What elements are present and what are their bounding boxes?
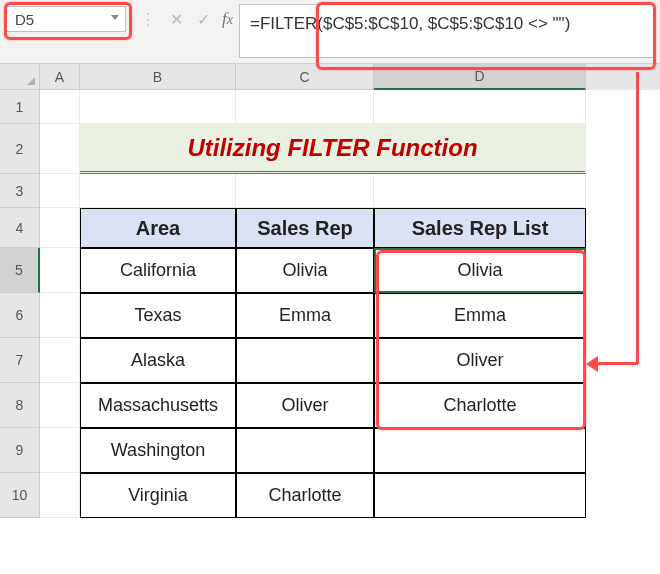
row-header-9[interactable]: 9	[0, 428, 40, 473]
row-header-1[interactable]: 1	[0, 90, 40, 124]
cell-D3[interactable]	[374, 174, 586, 208]
cell-D8[interactable]: Charlotte	[374, 383, 586, 428]
cell-B6[interactable]: Texas	[80, 293, 236, 338]
cell-C1[interactable]	[236, 90, 374, 124]
cell-D9[interactable]	[374, 428, 586, 473]
cell-B7[interactable]: Alaska	[80, 338, 236, 383]
name-box[interactable]: D5	[6, 6, 126, 32]
cell-A7[interactable]	[40, 338, 80, 383]
header-area[interactable]: Area	[80, 208, 236, 248]
cell-D7[interactable]: Oliver	[374, 338, 586, 383]
col-header-B[interactable]: B	[80, 64, 236, 90]
formula-tools: ⋮ ✕ ✓	[140, 4, 210, 34]
row-header-2[interactable]: 2	[0, 124, 40, 174]
confirm-icon[interactable]: ✓	[197, 10, 210, 29]
cell-B5[interactable]: California	[80, 248, 236, 293]
row-header-3[interactable]: 3	[0, 174, 40, 208]
cell-B8[interactable]: Massachusetts	[80, 383, 236, 428]
cell-A6[interactable]	[40, 293, 80, 338]
cell-C10[interactable]: Charlotte	[236, 473, 374, 518]
cell-A3[interactable]	[40, 174, 80, 208]
fx-icon[interactable]: fx	[222, 4, 233, 34]
row-header-6[interactable]: 6	[0, 293, 40, 338]
row-header-7[interactable]: 7	[0, 338, 40, 383]
col-header-A[interactable]: A	[40, 64, 80, 90]
cell-C9[interactable]	[236, 428, 374, 473]
cell-D5[interactable]: Olivia	[374, 248, 586, 293]
header-sales-rep-list[interactable]: Sales Rep List	[374, 208, 586, 248]
cell-D6[interactable]: Emma	[374, 293, 586, 338]
column-headers: A B C D	[40, 64, 660, 90]
cell-B3[interactable]	[80, 174, 236, 208]
cell-C3[interactable]	[236, 174, 374, 208]
dots-icon: ⋮	[140, 10, 156, 29]
row-header-10[interactable]: 10	[0, 473, 40, 518]
chevron-down-icon[interactable]	[111, 15, 119, 20]
row-header-8[interactable]: 8	[0, 383, 40, 428]
row-header-5[interactable]: 5	[0, 248, 40, 293]
cancel-icon[interactable]: ✕	[170, 10, 183, 29]
cell-C6[interactable]: Emma	[236, 293, 374, 338]
cell-A4[interactable]	[40, 208, 80, 248]
name-box-value: D5	[15, 11, 34, 28]
cell-C5[interactable]: Olivia	[236, 248, 374, 293]
cell-A2[interactable]	[40, 124, 80, 174]
col-header-C[interactable]: C	[236, 64, 374, 90]
cell-C8[interactable]: Oliver	[236, 383, 374, 428]
cell-B9[interactable]: Washington	[80, 428, 236, 473]
cell-B10[interactable]: Virginia	[80, 473, 236, 518]
cell-D1[interactable]	[374, 90, 586, 124]
cell-A1[interactable]	[40, 90, 80, 124]
select-all-corner[interactable]	[0, 64, 40, 90]
cell-A8[interactable]	[40, 383, 80, 428]
header-sales-rep[interactable]: Sales Rep	[236, 208, 374, 248]
row-header-4[interactable]: 4	[0, 208, 40, 248]
cell-C7[interactable]	[236, 338, 374, 383]
cell-B1[interactable]	[80, 90, 236, 124]
cell-A5[interactable]	[40, 248, 80, 293]
cell-D10[interactable]	[374, 473, 586, 518]
formula-bar: D5 ⋮ ✕ ✓ fx =FILTER($C$5:$C$10, $C$5:$C$…	[0, 0, 660, 64]
spreadsheet-grid: A B C D 1 2 Utilizing FILTER Function 3 …	[0, 64, 660, 518]
cell-A10[interactable]	[40, 473, 80, 518]
formula-input[interactable]: =FILTER($C$5:$C$10, $C$5:$C$10 <> "")	[239, 4, 654, 58]
cell-A9[interactable]	[40, 428, 80, 473]
col-header-D[interactable]: D	[374, 64, 586, 90]
title-cell[interactable]: Utilizing FILTER Function	[80, 124, 586, 174]
